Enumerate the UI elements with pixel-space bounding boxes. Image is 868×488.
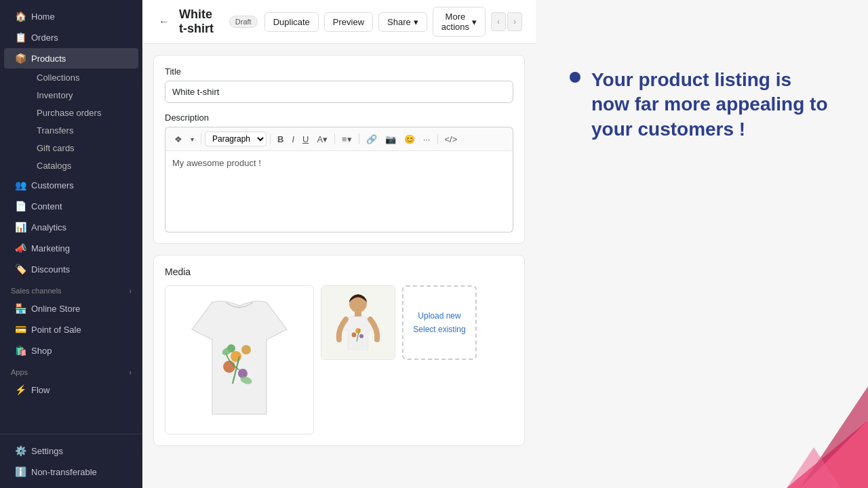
toolbar-color-btn[interactable]: A▾ [313,132,331,146]
svg-point-11 [359,334,363,338]
promo-bullet: Your product listing is now far more app… [570,68,834,142]
sidebar-item-customers[interactable]: 👥 Customers [4,175,138,195]
sidebar-item-settings[interactable]: ⚙️ Settings [4,441,138,461]
settings-icon: ⚙️ [15,445,26,456]
toolbar-link-btn[interactable]: 🔗 [363,132,380,146]
header-actions: Duplicate Preview Share ▾ More actions ▾… [264,7,522,37]
sidebar-bottom: ⚙️ Settings ℹ️ Non-transferable [0,434,142,488]
toolbar-underline-btn[interactable]: U [299,132,312,146]
shop-icon: 🛍️ [15,345,26,356]
toolbar-chevron-btn[interactable]: ▾ [187,134,197,145]
sidebar-item-discounts[interactable]: 🏷️ Discounts [4,259,138,279]
non-transferable-label: Non-transferable [31,467,97,477]
flow-label: Flow [31,385,50,395]
promo-section: Your product listing is now far more app… [570,68,834,142]
description-editor[interactable]: My awesome product ! [165,151,513,232]
paragraph-select[interactable]: Paragraph [205,131,267,146]
toolbar-divider-5 [437,134,438,144]
pos-icon: 💳 [15,324,26,335]
toolbar-more-btn[interactable]: ··· [420,132,434,146]
sidebar-item-label: Home [31,12,55,22]
sidebar-item-marketing[interactable]: 📣 Marketing [4,238,138,258]
nav-arrows: ‹ › [491,12,522,31]
sidebar-item-collections[interactable]: Collections [30,69,138,86]
title-description-card: Title Description ❖ ▾ Paragraph B I [153,55,525,244]
sidebar-item-content[interactable]: 📄 Content [4,196,138,216]
model-image [321,286,395,359]
duplicate-button[interactable]: Duplicate [264,12,319,32]
description-label: Description [165,113,513,123]
select-existing-link[interactable]: Select existing [413,325,465,334]
description-content: My awesome product ! [172,158,261,168]
sidebar-item-flow[interactable]: ⚡ Flow [4,380,138,400]
expand-icon[interactable]: › [129,287,132,295]
orders-icon: 📋 [15,32,26,43]
svg-point-9 [355,328,361,333]
svg-point-2 [223,361,235,373]
toolbar-magic-btn[interactable]: ❖ [171,132,186,146]
draft-badge: Draft [229,16,258,28]
sidebar-item-label: Customers [31,180,74,190]
share-button[interactable]: Share ▾ [378,12,427,32]
apps-section: Apps › [0,361,142,379]
sidebar-item-products[interactable]: 📦 Products [4,48,138,68]
flow-icon: ⚡ [15,384,26,395]
online-store-icon: 🏪 [15,303,26,314]
tshirt-image [165,286,313,434]
toolbar-align-btn[interactable]: ≡▾ [338,132,355,146]
online-store-label: Online Store [31,304,80,314]
media-upload-box[interactable]: Upload new Select existing [402,285,477,360]
sidebar-item-home[interactable]: 🏠 Home [4,6,138,26]
catalogs-label: Catalogs [37,161,71,171]
sales-channels-section: Sales channels › [0,280,142,298]
upload-new-link[interactable]: Upload new [418,311,460,321]
preview-button[interactable]: Preview [324,12,373,32]
sidebar-item-gift-cards[interactable]: Gift cards [30,140,138,157]
back-button[interactable]: ← [156,13,172,30]
more-actions-button[interactable]: More actions ▾ [433,7,486,37]
toolbar-bold-btn[interactable]: B [274,132,287,146]
sidebar-item-pos[interactable]: 💳 Point of Sale [4,319,138,340]
toolbar-divider-2 [270,134,271,144]
sidebar-item-label: Products [31,54,66,64]
sidebar-item-non-transferable[interactable]: ℹ️ Non-transferable [4,462,138,482]
toolbar-emoji-btn[interactable]: 😊 [401,132,418,146]
promo-heading: Your product listing is now far more app… [591,68,834,142]
analytics-icon: 📊 [15,222,26,232]
media-item-tshirt[interactable] [165,285,314,434]
sidebar-item-label: Analytics [31,222,66,232]
svg-point-0 [231,351,241,362]
next-button[interactable]: › [507,12,522,31]
sidebar-item-shop[interactable]: 🛍️ Shop [4,340,138,361]
collections-label: Collections [37,73,80,83]
sidebar-item-catalogs[interactable]: Catalogs [30,157,138,174]
media-item-model[interactable] [321,285,395,360]
svg-point-1 [241,345,251,354]
toolbar-image-btn[interactable]: 📷 [382,132,399,146]
content-icon: 📄 [15,201,26,211]
form-content: Title Description ❖ ▾ Paragraph B I [142,44,536,468]
home-icon: 🏠 [15,11,26,22]
decorative-triangles [665,352,868,488]
svg-rect-12 [355,311,361,317]
toolbar-italic-btn[interactable]: I [288,132,298,146]
apps-expand-icon[interactable]: › [129,368,132,376]
content-panel: ← White t-shirt Draft Duplicate Preview … [142,0,536,488]
toolbar-divider-4 [359,134,359,144]
toolbar-divider-3 [334,134,335,144]
inventory-label: Inventory [37,90,73,100]
sidebar-item-analytics[interactable]: 📊 Analytics [4,217,138,237]
sidebar-item-inventory[interactable]: Inventory [30,87,138,104]
title-input[interactable] [165,81,513,103]
info-icon: ℹ️ [15,466,26,477]
sidebar-item-online-store[interactable]: 🏪 Online Store [4,298,138,319]
toolbar-code-btn[interactable]: </> [441,132,461,146]
prev-button[interactable]: ‹ [491,12,506,31]
sidebar-item-purchase-orders[interactable]: Purchase orders [30,104,138,121]
pos-label: Point of Sale [31,325,81,335]
sidebar-item-transfers[interactable]: Transfers [30,122,138,139]
toolbar-divider-1 [201,134,201,144]
sidebar-item-orders[interactable]: 📋 Orders [4,27,138,47]
sidebar-item-label: Content [31,201,62,211]
main-area: ← White t-shirt Draft Duplicate Preview … [142,0,868,488]
